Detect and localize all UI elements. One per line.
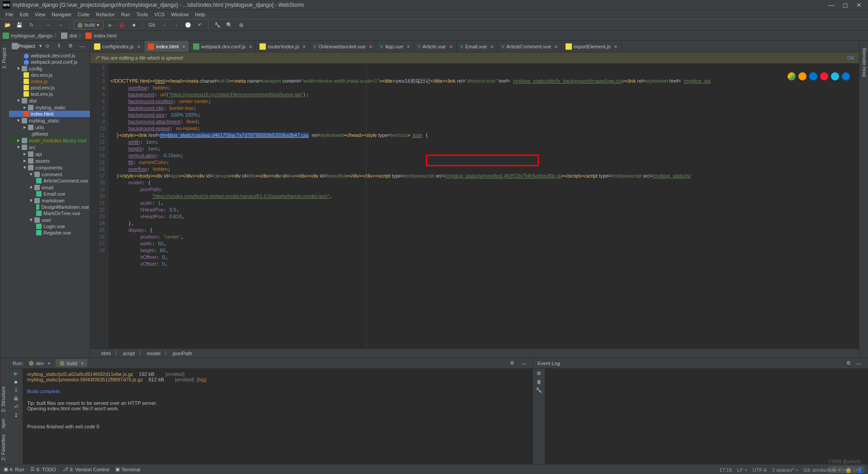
tree-file[interactable]: prod.env.js [31,85,55,90]
run-config-selector[interactable]: ⬤ build ▾ [73,21,104,29]
event-log-content[interactable] [545,369,868,464]
git-branch[interactable]: Git: production ÷ [803,467,840,473]
settings-icon[interactable]: 🔧 [212,20,222,29]
close-icon[interactable]: × [555,44,557,49]
minimize-icon[interactable]: — [854,359,863,368]
tab-app-vue[interactable]: VApp.vue× [376,41,414,52]
forward-icon[interactable]: → [56,20,66,29]
tab-articlecomment-vue[interactable]: VArticleComment.vue× [498,41,562,52]
bc-item[interactable]: model [147,351,160,356]
vcs-update-icon[interactable]: ✓ [160,20,170,29]
stop-icon[interactable]: ■ [129,20,139,29]
close-icon[interactable]: × [369,44,372,49]
vcs-history-icon[interactable]: 🕘 [183,20,193,29]
menu-view[interactable]: View [32,11,48,18]
tree-file[interactable]: ArticleComment.vue [43,178,88,183]
npm-tab[interactable]: npm [0,418,9,428]
encoding[interactable]: UTF-8 [753,467,767,473]
tree-folder[interactable]: assets [35,158,50,164]
tree-folder[interactable]: markdown [42,198,65,203]
tree-folder[interactable]: user [42,217,51,223]
menu-vcs[interactable]: VCS [152,11,168,18]
save-icon[interactable]: 💾 [14,20,24,29]
close-icon[interactable]: × [449,44,452,49]
hector-icon[interactable]: 👤 [857,467,863,473]
menu-window[interactable]: Window [168,11,191,18]
tree-folder[interactable]: utils [35,125,44,130]
locate-icon[interactable]: ⊙ [42,42,52,51]
tree-file[interactable]: dev.env.js [31,72,52,78]
edge-icon[interactable] [809,72,817,80]
lock-icon[interactable]: 🔒 [845,467,852,473]
down-icon[interactable]: ⇩ [14,387,18,393]
gear-icon[interactable]: ⚙ [66,42,75,51]
notification-ok-button[interactable]: OK [847,55,854,61]
favorites-tab[interactable]: 2: Favorites [0,435,9,460]
run-output[interactable]: myblog_static/js/0.a02a8cd914fd92d11ebe.… [23,369,533,464]
menu-navigate[interactable]: Navigate [49,11,74,18]
project-tree[interactable]: ⬤webpack.dev.conf.js ⬤webpack.prod.conf.… [9,52,90,357]
tree-folder[interactable]: email [42,185,53,190]
hide-icon[interactable]: — [77,42,87,51]
back-icon[interactable]: ← [44,20,54,29]
menu-file[interactable]: File [3,11,16,18]
run-tab-dev[interactable]: ⬤dev× [25,359,54,367]
tab-router-index[interactable]: router\index.js× [256,41,310,52]
menu-refactor[interactable]: Refactor [93,11,118,18]
bc-root[interactable]: myblogvue_django [11,33,52,38]
tree-folder[interactable]: config [29,66,42,71]
tab-onlinewebsocket[interactable]: VOnlinewebsocket.vue× [310,41,376,52]
tree-file[interactable]: webpack.dev.conf.js [31,53,75,58]
structure-icon[interactable]: ⊞ [236,20,246,29]
tree-folder[interactable]: myblog_static [29,118,59,123]
tree-file[interactable]: webpack.prod.conf.js [31,59,77,65]
tab-webpack-dev[interactable]: webpack.dev.conf.js× [189,41,256,52]
close-icon[interactable]: × [182,44,185,49]
bc-item[interactable]: html [101,351,111,356]
menu-help[interactable]: Help [192,11,208,18]
sync-icon[interactable]: ↻ [26,20,36,29]
minimize-icon[interactable]: — [519,359,529,368]
run-icon[interactable]: ▶ [105,20,115,29]
tree-file[interactable]: Login.vue [43,224,65,229]
tab-config-index[interactable]: config\index.js× [90,41,144,52]
tree-folder[interactable]: comment [42,172,62,177]
search-icon[interactable]: 🔍 [224,20,234,29]
bc-item[interactable]: jsonPath [173,351,192,356]
tree-file[interactable]: .gitkeep [31,131,48,136]
close-button[interactable]: ✕ [856,1,862,9]
tree-folder[interactable]: src [29,145,36,150]
tree-folder[interactable]: myblog_static [35,105,66,110]
bc-folder[interactable]: dist [69,33,77,38]
tree-folder[interactable]: api [35,151,42,157]
tab-article-vue[interactable]: VArticle.vue× [414,41,456,52]
tree-folder[interactable]: components [35,165,62,170]
tab-email-vue[interactable]: VEmail.vue× [457,41,498,52]
close-icon[interactable]: × [249,44,252,49]
line-separator[interactable]: LF ÷ [737,467,747,473]
menu-code[interactable]: Code [75,11,92,18]
tab-importelement[interactable]: importElement.js× [562,41,621,52]
close-icon[interactable]: × [303,44,306,49]
debug-icon[interactable]: 🐞 [117,20,127,29]
wrap-icon[interactable]: ⏎ [14,404,18,410]
code-editor[interactable]: <!DOCTYPE html><html><head><meta charset… [108,63,859,348]
bc-file[interactable]: index.html [94,33,116,38]
gear-icon[interactable]: ⚙ [844,359,854,368]
close-icon[interactable]: × [491,44,493,49]
project-tool-tab[interactable]: 1: Project [0,44,9,72]
tree-file[interactable]: MarkDirTree.vue [43,211,80,216]
run-tool-tab[interactable]: ▣ 4: Run [4,466,24,472]
chrome-icon[interactable] [788,72,796,80]
tree-file[interactable]: test.env.js [31,91,53,97]
open-icon[interactable]: 📂 [3,20,13,29]
tree-file[interactable]: Email.vue [43,191,65,197]
trash-icon[interactable]: 🗑 [537,379,542,385]
bc-item[interactable]: script [123,351,135,356]
edge-legacy-icon[interactable] [842,72,850,80]
todo-tool-tab[interactable]: ☰ 6: TODO [30,466,56,472]
close-icon[interactable]: × [407,44,410,49]
run-tab-build[interactable]: ⬤build× [56,359,87,367]
tree-file[interactable]: index.js [31,79,47,84]
stop-icon[interactable]: ■ [14,379,18,385]
